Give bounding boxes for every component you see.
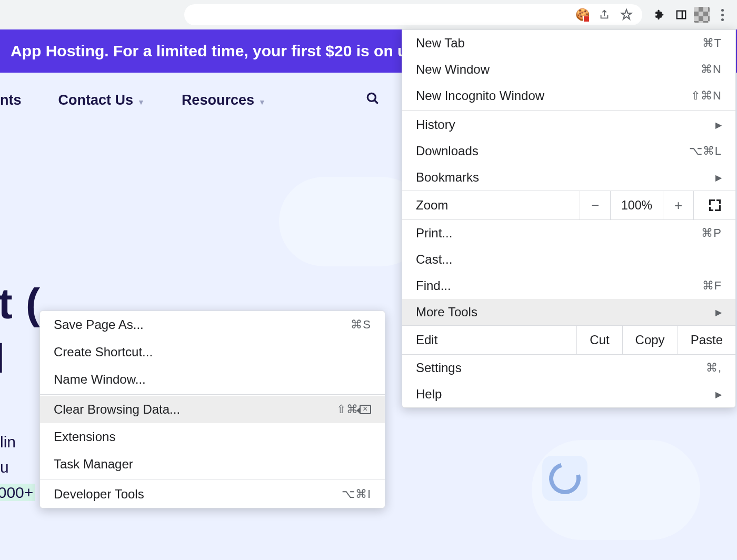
menu-history[interactable]: History ▶ bbox=[402, 112, 735, 138]
submenu-save-page[interactable]: Save Page As... ⌘S bbox=[40, 311, 385, 338]
submenu-arrow-icon: ▶ bbox=[715, 307, 722, 317]
share-icon[interactable] bbox=[595, 5, 614, 24]
more-tools-submenu: Save Page As... ⌘S Create Shortcut... Na… bbox=[39, 311, 385, 508]
chrome-menu-button[interactable] bbox=[713, 5, 732, 24]
menu-new-tab[interactable]: New Tab ⌘T bbox=[402, 30, 735, 56]
submenu-arrow-icon: ▶ bbox=[715, 389, 722, 399]
highlight-stat: 55,000+ bbox=[0, 484, 35, 501]
shortcut-label: ⌘N bbox=[701, 63, 722, 76]
backspace-icon bbox=[360, 405, 371, 414]
menu-edit-row: Edit Cut Copy Paste bbox=[402, 325, 735, 355]
submenu-create-shortcut[interactable]: Create Shortcut... bbox=[40, 338, 385, 366]
edit-cut-button[interactable]: Cut bbox=[576, 326, 622, 354]
fullscreen-button[interactable] bbox=[693, 191, 735, 219]
submenu-task-manager[interactable]: Task Manager bbox=[40, 451, 385, 478]
search-icon[interactable] bbox=[366, 92, 380, 109]
zoom-label: Zoom bbox=[402, 191, 580, 219]
menu-separator bbox=[40, 479, 385, 479]
shortcut-label: ⇧⌘ bbox=[336, 403, 371, 416]
browser-toolbar: 🍪 bbox=[0, 0, 737, 29]
submenu-arrow-icon: ▶ bbox=[715, 173, 722, 183]
cookie-blocked-icon[interactable]: 🍪 bbox=[573, 5, 592, 24]
nav-item[interactable]: nts bbox=[0, 92, 22, 108]
submenu-developer-tools[interactable]: Developer Tools ⌥⌘I bbox=[40, 481, 385, 508]
menu-more-tools[interactable]: More Tools ▶ bbox=[402, 299, 735, 325]
menu-separator bbox=[402, 110, 735, 111]
menu-bookmarks[interactable]: Bookmarks ▶ bbox=[402, 164, 735, 191]
zoom-value: 100% bbox=[610, 191, 663, 219]
svg-point-2 bbox=[367, 93, 375, 101]
edit-copy-button[interactable]: Copy bbox=[622, 326, 678, 354]
shortcut-label: ⇧⌘N bbox=[691, 89, 722, 103]
menu-cast[interactable]: Cast... bbox=[402, 246, 735, 273]
menu-new-incognito[interactable]: New Incognito Window ⇧⌘N bbox=[402, 83, 735, 109]
hero-heading: st ( N bbox=[0, 277, 41, 385]
shortcut-label: ⌘P bbox=[701, 226, 722, 240]
menu-new-window[interactable]: New Window ⌘N bbox=[402, 56, 735, 83]
svg-rect-0 bbox=[677, 11, 686, 19]
extensions-icon[interactable] bbox=[650, 5, 669, 24]
chrome-main-menu: New Tab ⌘T New Window ⌘N New Incognito W… bbox=[402, 29, 736, 408]
profile-avatar[interactable] bbox=[694, 7, 710, 23]
svg-line-3 bbox=[374, 100, 378, 104]
menu-downloads[interactable]: Downloads ⌥⌘L bbox=[402, 138, 735, 164]
sidepanel-icon[interactable] bbox=[672, 5, 691, 24]
submenu-arrow-icon: ▶ bbox=[715, 120, 722, 130]
fullscreen-icon bbox=[709, 199, 721, 211]
shortcut-label: ⌥⌘L bbox=[689, 144, 722, 158]
shortcut-label: ⌘S bbox=[351, 318, 371, 332]
zoom-out-button[interactable]: − bbox=[580, 191, 610, 219]
menu-find[interactable]: Find... ⌘F bbox=[402, 273, 735, 299]
submenu-clear-browsing-data[interactable]: Clear Browsing Data... ⇧⌘ bbox=[40, 396, 385, 423]
menu-print[interactable]: Print... ⌘P bbox=[402, 220, 735, 246]
shortcut-label: ⌥⌘I bbox=[342, 487, 371, 501]
menu-zoom-row: Zoom − 100% + bbox=[402, 191, 735, 220]
app-tile-icon bbox=[542, 456, 587, 501]
menu-help[interactable]: Help ▶ bbox=[402, 381, 735, 407]
chevron-down-icon: ▼ bbox=[137, 98, 145, 106]
nav-item-resources[interactable]: Resources▼ bbox=[182, 92, 266, 108]
menu-settings[interactable]: Settings ⌘, bbox=[402, 355, 735, 381]
star-icon[interactable] bbox=[617, 5, 636, 24]
menu-separator bbox=[40, 394, 385, 395]
zoom-in-button[interactable]: + bbox=[663, 191, 693, 219]
shortcut-label: ⌘T bbox=[702, 36, 722, 50]
submenu-name-window[interactable]: Name Window... bbox=[40, 366, 385, 393]
edit-paste-button[interactable]: Paste bbox=[678, 326, 735, 354]
submenu-extensions[interactable]: Extensions bbox=[40, 423, 385, 451]
shortcut-label: ⌘F bbox=[702, 279, 722, 293]
chevron-down-icon: ▼ bbox=[258, 98, 266, 106]
nav-item-contact[interactable]: Contact Us▼ bbox=[58, 92, 145, 108]
edit-label: Edit bbox=[402, 326, 576, 354]
shortcut-label: ⌘, bbox=[706, 361, 722, 375]
